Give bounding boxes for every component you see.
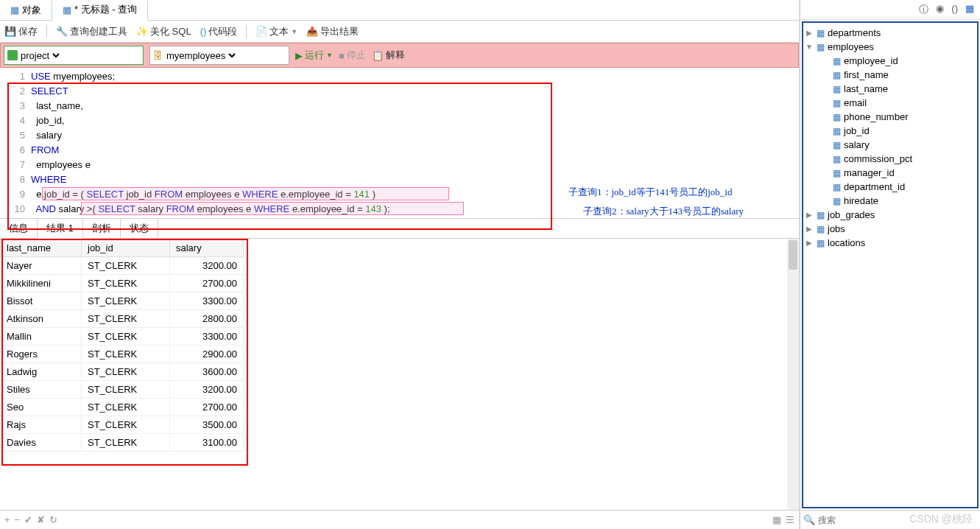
table-icon: ▦ <box>817 28 825 38</box>
text-button[interactable]: 📄文本▼ <box>255 25 297 38</box>
tool-icon: 🔧 <box>56 26 68 37</box>
column-icon: ▦ <box>833 98 841 108</box>
query-builder-button[interactable]: 🔧查询创建工具 <box>56 25 127 38</box>
tab-info[interactable]: 信息 <box>0 219 38 238</box>
table-row[interactable]: MallinST_CLERK3300.00 <box>1 328 244 346</box>
result-scrollbar[interactable] <box>787 239 799 510</box>
table-row[interactable]: StilesST_CLERK3200.00 <box>1 381 244 399</box>
table-icon: ▦ <box>817 238 825 248</box>
result-tabs: 信息 结果 1 剖析 状态 <box>0 218 799 239</box>
right-panel: ⓘ ◉ () ▦ ▶▦departments ▼▦employees ▦empl… <box>800 0 980 529</box>
export-icon: 📤 <box>306 26 318 37</box>
table-icon[interactable]: ▦ <box>965 3 974 16</box>
tab-profile[interactable]: 剖析 <box>83 219 121 238</box>
status-bar: + − ✔ ✘ ↻ ▦ ☰ <box>0 510 799 529</box>
table-row[interactable]: SeoST_CLERK2700.00 <box>1 399 244 416</box>
editor: 12345678910 USE myemployees; SELECT last… <box>0 68 799 529</box>
tab-status[interactable]: 状态 <box>121 219 158 238</box>
code-snippet-button[interactable]: ()代码段 <box>200 25 238 38</box>
tree-node-departments[interactable]: ▶▦departments <box>805 26 976 40</box>
code-area[interactable]: 12345678910 USE myemployees; SELECT last… <box>0 68 799 218</box>
expand-icon[interactable]: ▶ <box>805 239 814 247</box>
export-button[interactable]: 📤导出结果 <box>306 25 359 38</box>
tree-column[interactable]: ▦email <box>821 96 976 110</box>
form-icon[interactable]: ☰ <box>786 514 794 525</box>
tab-result1[interactable]: 结果 1 <box>38 219 83 239</box>
parens-icon[interactable]: () <box>951 3 958 16</box>
beautify-sql-button[interactable]: ✨美化 SQL <box>136 25 191 38</box>
tree-column[interactable]: ▦salary <box>821 138 976 152</box>
tab-label: 对象 <box>22 4 41 17</box>
table-row[interactable]: MikkilineniST_CLERK2700.00 <box>1 275 244 292</box>
tree-node-locations[interactable]: ▶▦locations <box>805 236 976 250</box>
expand-icon[interactable]: ▶ <box>805 225 814 233</box>
scrollbar-thumb[interactable] <box>789 240 797 270</box>
col-header[interactable]: last_name <box>1 239 82 257</box>
cancel-icon[interactable]: ✘ <box>37 514 45 525</box>
expand-icon[interactable]: ▶ <box>805 211 814 219</box>
panel-icon-bar: ⓘ ◉ () ▦ <box>800 0 980 20</box>
table-row[interactable]: RogersST_CLERK2900.00 <box>1 346 244 363</box>
table-row[interactable]: RajsST_CLERK3500.00 <box>1 416 244 434</box>
tree-column[interactable]: ▦commission_pct <box>821 152 976 166</box>
table-row[interactable]: LadwigST_CLERK3600.00 <box>1 363 244 381</box>
expand-icon[interactable]: ▶ <box>805 29 814 37</box>
table-row[interactable]: AtkinsonST_CLERK2800.00 <box>1 310 244 328</box>
wand-icon: ✨ <box>136 26 148 37</box>
eye-icon[interactable]: ◉ <box>936 3 944 16</box>
column-icon: ▦ <box>833 126 841 136</box>
col-header[interactable]: job_id <box>82 239 170 257</box>
tree-column[interactable]: ▦first_name <box>821 68 976 82</box>
tab-query[interactable]: ▦ * 无标题 - 查询 <box>52 1 148 21</box>
doc-icon: 📄 <box>255 26 267 37</box>
save-button[interactable]: 💾保存 <box>4 25 38 38</box>
database-select[interactable]: 🗄 myemployees <box>149 46 289 65</box>
tree-column[interactable]: ▦job_id <box>821 124 976 138</box>
tree-node-employees[interactable]: ▼▦employees <box>805 40 976 54</box>
grid-icon[interactable]: ▦ <box>772 514 781 525</box>
chevron-down-icon: ▼ <box>326 52 333 59</box>
tree-column[interactable]: ▦hiredate <box>821 194 976 208</box>
tab-label: * 无标题 - 查询 <box>74 3 137 16</box>
tree-column[interactable]: ▦employee_id <box>821 54 976 68</box>
query-icon: ▦ <box>63 4 71 15</box>
col-header[interactable]: salary <box>170 239 244 257</box>
run-bar: project 🗄 myemployees ▶运行▼ ■停止 📋解释 <box>0 43 799 68</box>
column-icon: ▦ <box>833 196 841 206</box>
connection-select[interactable]: project <box>4 46 144 65</box>
delete-row-icon[interactable]: − <box>15 514 21 525</box>
refresh-icon[interactable]: ↻ <box>49 514 57 525</box>
schema-tree[interactable]: ▶▦departments ▼▦employees ▦employee_id▦f… <box>802 21 979 508</box>
column-icon: ▦ <box>833 70 841 80</box>
table-icon: ▦ <box>817 224 825 234</box>
tree-node-job-grades[interactable]: ▶▦job_grades <box>805 208 976 222</box>
add-row-icon[interactable]: + <box>4 514 10 525</box>
collapse-icon[interactable]: ▼ <box>805 43 814 51</box>
tree-column[interactable]: ▦manager_id <box>821 166 976 180</box>
table-row[interactable]: NayerST_CLERK3200.00 <box>1 257 244 275</box>
tree-column[interactable]: ▦department_id <box>821 180 976 194</box>
main-area: ▦ 对象 ▦ * 无标题 - 查询 💾保存 🔧查询创建工具 ✨美化 SQL ()… <box>0 0 800 529</box>
tree-node-jobs[interactable]: ▶▦jobs <box>805 222 976 236</box>
apply-icon[interactable]: ✔ <box>24 514 32 525</box>
result-grid[interactable]: last_name job_id salary NayerST_CLERK320… <box>0 239 799 510</box>
table-row[interactable]: BissotST_CLERK3300.00 <box>1 292 244 310</box>
tab-object[interactable]: ▦ 对象 <box>0 0 52 20</box>
code-content[interactable]: USE myemployees; SELECT last_name, job_i… <box>31 68 799 218</box>
line-gutter: 12345678910 <box>0 68 31 218</box>
stop-button: ■停止 <box>339 49 366 62</box>
chevron-down-icon: ▼ <box>291 28 297 35</box>
run-button[interactable]: ▶运行▼ <box>295 49 333 62</box>
info-icon[interactable]: ⓘ <box>919 3 928 16</box>
table-row[interactable]: DaviesST_CLERK3100.00 <box>1 434 244 452</box>
stop-icon: ■ <box>339 50 345 61</box>
separator <box>46 25 47 38</box>
annotation-text-1: 子查询1：job_id等于141号员工的job_id <box>568 186 732 199</box>
table-stack-icon: ▦ <box>10 4 19 15</box>
column-icon: ▦ <box>833 112 841 122</box>
tree-column[interactable]: ▦last_name <box>821 82 976 96</box>
annotation-text-2: 子查询2：salary大于143号员工的salary <box>583 205 744 218</box>
play-icon: ▶ <box>295 50 303 61</box>
tree-column[interactable]: ▦phone_number <box>821 110 976 124</box>
explain-button[interactable]: 📋解释 <box>372 49 405 62</box>
